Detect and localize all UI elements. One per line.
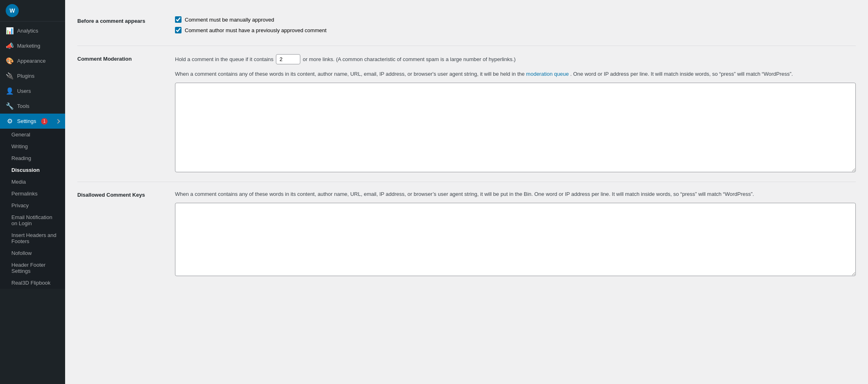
sidebar-submenu-real3d[interactable]: Real3D Flipbook (0, 277, 65, 289)
sidebar-submenu-insert-headers[interactable]: Insert Headers and Footers (0, 229, 65, 247)
tools-icon: 🔧 (6, 102, 14, 110)
checkbox-manual-approval-label: Comment must be manually approved (185, 17, 274, 23)
sidebar-item-marketing[interactable]: 📣 Marketing (0, 38, 65, 53)
comment-moderation-content: Hold a comment in the queue if it contai… (175, 54, 856, 173)
sidebar-submenu-reading[interactable]: Reading (0, 152, 65, 164)
before-comment-label: Before a comment appears (77, 16, 175, 24)
moderation-links-input[interactable] (276, 54, 300, 64)
sidebar-item-analytics[interactable]: 📊 Analytics (0, 23, 65, 38)
sidebar-item-users[interactable]: 👤 Users (0, 83, 65, 99)
moderation-inline-after: or more links. (A common characteristic … (303, 56, 516, 62)
moderation-desc-before: When a comment contains any of these wor… (175, 71, 525, 77)
moderation-inline-row: Hold a comment in the queue if it contai… (175, 54, 856, 64)
checkbox-row-previously-approved: Comment author must have a previously ap… (175, 27, 856, 33)
moderation-inline-before: Hold a comment in the queue if it contai… (175, 56, 273, 62)
moderation-textarea[interactable] (175, 83, 856, 172)
sidebar-submenu-email-notification[interactable]: Email Notification on Login (0, 211, 65, 229)
sidebar-submenu-privacy[interactable]: Privacy (0, 200, 65, 211)
sidebar-submenu-general[interactable]: General (0, 129, 65, 140)
main-content: Before a comment appears Comment must be… (65, 0, 868, 384)
analytics-icon: 📊 (6, 27, 14, 35)
moderation-queue-link[interactable]: moderation queue (526, 71, 569, 77)
sidebar-submenu-discussion[interactable]: Discussion (0, 164, 65, 176)
sidebar-item-plugins[interactable]: 🔌 Plugins (0, 68, 65, 83)
users-icon: 👤 (6, 87, 14, 95)
disallowed-comment-content: When a comment contains any of these wor… (175, 190, 856, 277)
moderation-desc: When a comment contains any of these wor… (175, 70, 856, 79)
sidebar: W 📊 Analytics 📣 Marketing 🎨 Appearance 🔌… (0, 0, 65, 384)
disallowed-desc: When a comment contains any of these wor… (175, 190, 856, 199)
marketing-icon: 📣 (6, 42, 14, 50)
sidebar-submenu-writing[interactable]: Writing (0, 140, 65, 152)
sidebar-submenu-header-footer[interactable]: Header Footer Settings (0, 259, 65, 277)
wp-logo: W (6, 4, 19, 17)
disallowed-comment-section: Disallowed Comment Keys When a comment c… (77, 182, 856, 285)
sidebar-submenu-nofollow[interactable]: Nofollow (0, 247, 65, 259)
disallowed-comment-label: Disallowed Comment Keys (77, 190, 175, 198)
sidebar-item-appearance[interactable]: 🎨 Appearance (0, 53, 65, 68)
sidebar-submenu-permalinks[interactable]: Permalinks (0, 188, 65, 200)
comment-moderation-label: Comment Moderation (77, 54, 175, 62)
checkbox-row-manual: Comment must be manually approved (175, 16, 856, 23)
before-comment-content: Comment must be manually approved Commen… (175, 16, 856, 37)
plugins-icon: 🔌 (6, 72, 14, 80)
checkbox-previously-approved[interactable] (175, 27, 181, 33)
settings-icon: ⚙ (6, 117, 14, 125)
sidebar-submenu-media[interactable]: Media (0, 176, 65, 188)
checkbox-manual-approval[interactable] (175, 16, 181, 23)
checkbox-previously-approved-label: Comment author must have a previously ap… (185, 27, 326, 33)
sidebar-item-tools[interactable]: 🔧 Tools (0, 99, 65, 114)
settings-badge: 1 (41, 118, 48, 125)
sidebar-item-settings[interactable]: ⚙ Settings 1 (0, 114, 65, 129)
comment-moderation-section: Comment Moderation Hold a comment in the… (77, 46, 856, 182)
appearance-icon: 🎨 (6, 57, 14, 65)
before-comment-section: Before a comment appears Comment must be… (77, 8, 856, 46)
wp-logo-area: W (0, 0, 65, 22)
settings-submenu: General Writing Reading Discussion Media… (0, 129, 65, 289)
settings-arrow-icon (55, 119, 60, 123)
moderation-desc-after: . One word or IP address per line. It wi… (570, 71, 793, 77)
disallowed-textarea[interactable] (175, 203, 856, 276)
